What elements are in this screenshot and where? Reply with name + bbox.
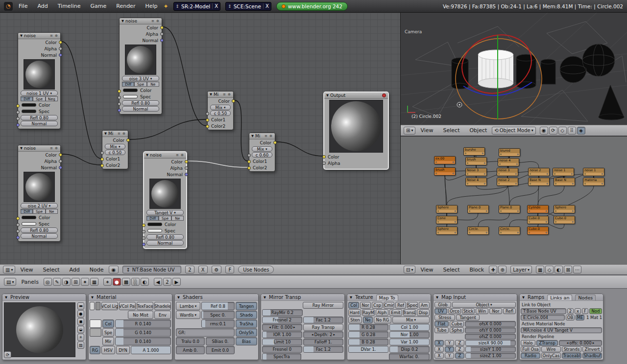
panel-header-texture[interactable]: ▼TextureMap To [347, 294, 431, 301]
button-alph[interactable]: Alph [376, 309, 388, 316]
factor-slider[interactable]: c 0.50 [105, 150, 125, 155]
socket-in-fac[interactable] [206, 112, 209, 115]
slider-disp-0-2[interactable]: Disp 0.2 [389, 346, 430, 353]
overview-menu-view[interactable]: View [419, 267, 434, 273]
draw-mode-icon[interactable]: ◉ [540, 127, 548, 135]
viewport-menu-view[interactable]: View [419, 127, 434, 134]
socket-in-spec[interactable] [16, 111, 20, 114]
rotation-icon[interactable]: ⟳ [549, 127, 557, 135]
slider-rms-0-1[interactable]: rms:0.1 [201, 319, 235, 328]
preview-hair-button[interactable]: ✳ [77, 334, 84, 341]
material-node-tanget-v[interactable]: ▼noise≡ ⊕ColorAlphaNormalTanget V▾DiffSp… [144, 152, 187, 249]
editor-type-icon[interactable]: ⊟▾ [404, 266, 415, 273]
overview-node-noise-3-6[interactable]: Noise 3 [465, 168, 487, 176]
tab-ne[interactable]: Ne [46, 209, 58, 214]
collapse-icon[interactable]: ▼ [146, 153, 148, 157]
socket-in-color1[interactable] [206, 118, 209, 122]
color-swatch[interactable] [123, 89, 138, 92]
tab-ne[interactable]: Ne [171, 216, 184, 221]
refl-slider[interactable]: Refl 0.80 [146, 234, 184, 240]
slider-fac-1-2[interactable]: Fac 1.2 [303, 317, 343, 323]
collapse-icon[interactable]: ▼ [436, 296, 438, 299]
slider-raymir-0-2[interactable]: RayMir 0.2 [262, 309, 303, 316]
collapse-icon[interactable]: ▼ [177, 296, 180, 299]
browse-icon[interactable]: ↕ [228, 4, 232, 9]
slider-b-0-28[interactable]: B 0.28 [348, 339, 388, 345]
button-y[interactable]: Y [445, 346, 454, 352]
slider-fresnel-0[interactable]: Fresnel 0 [262, 346, 302, 353]
overview-node-noise-2-8[interactable]: noise 2 [528, 168, 550, 176]
menu-mix[interactable]: Mix▾ [392, 317, 430, 323]
socket-in-normal[interactable] [16, 123, 20, 127]
node-header[interactable]: ▼noise≡ ⊕ [120, 18, 162, 24]
mode-selector[interactable]: ⟲ Object Mode ▾ [492, 127, 535, 135]
button-me[interactable]: ME [576, 315, 584, 320]
radiosity-icon[interactable]: ░ [131, 278, 140, 286]
button-ray-transp[interactable]: Ray Transp [303, 324, 343, 331]
output-node[interactable]: ▼OutputColorAlpha [324, 92, 388, 169]
slider-fresnel-2[interactable]: Fresnel 2 [262, 317, 302, 323]
slider-a-1-000[interactable]: A 1.000 [131, 346, 171, 354]
panel-header-ramps[interactable]: ▼RampsLinks anNodes [520, 294, 603, 301]
node-header-icons[interactable]: ≡ ⊕ [118, 132, 126, 136]
preview-monkey-button[interactable]: ◒ [77, 326, 84, 333]
button-stress[interactable]: Stress [434, 315, 455, 320]
node-header[interactable]: ▼Mi≡ ⊕ [249, 133, 275, 139]
slider-var-1-00[interactable]: Var 1.00 [389, 339, 430, 345]
button-x[interactable]: X [434, 353, 444, 359]
button-z[interactable]: Z [455, 353, 464, 359]
button-rg[interactable]: RG [90, 346, 100, 354]
texture-select-oise-2-uv[interactable]: oise 2 UV▾ [21, 203, 58, 208]
socket-in-spec[interactable] [118, 96, 121, 99]
overview-node-noise-4-11[interactable]: Noise 4 [465, 178, 487, 186]
grid-icon[interactable]: ▦ [536, 266, 544, 273]
overview-node-sphere-16[interactable]: Sphere [436, 205, 458, 213]
overview-node-materia-15[interactable]: materia [583, 178, 604, 186]
socket-out-normal[interactable] [59, 53, 62, 57]
collapse-icon[interactable]: ▼ [91, 296, 94, 299]
button-flat[interactable]: Flat [434, 321, 449, 327]
button-x[interactable]: X [434, 346, 444, 352]
blender-org-button[interactable]: www.blender.org 242 [276, 2, 348, 11]
button-bias[interactable]: Bias [236, 337, 257, 345]
button-texface[interactable]: TexFace [137, 302, 153, 310]
refl-slider[interactable]: Refl 0.80 [122, 100, 159, 106]
normal-widget[interactable]: Normal [146, 240, 184, 246]
socket-in-color2[interactable] [100, 164, 104, 167]
button-no-rg[interactable]: No RG [374, 317, 391, 323]
refl-slider[interactable]: Refl 0.80 [21, 228, 58, 233]
mix-node-2[interactable]: ▼Mi≡ ⊕ColorMix▾c 0.50Color1Color2 [207, 91, 234, 130]
slider-tralu-0-0[interactable]: Tralu 0.0 [176, 337, 205, 345]
collapse-icon[interactable]: ▼ [20, 146, 23, 150]
slider-emit-0-0[interactable]: Emit 0.0 [206, 346, 235, 354]
button-strands[interactable]: Strands [562, 346, 581, 352]
slider-b-0-140[interactable]: B 0.140 [115, 337, 171, 345]
editing-icon[interactable]: ✦ [81, 278, 89, 286]
pager-page-number[interactable]: 2 [163, 278, 171, 286]
pan-hand-icon[interactable]: ◈ [577, 127, 585, 135]
factor-slider[interactable]: c 0.60 [252, 152, 272, 158]
slider-sbias-0[interactable]: SBias 0. [206, 337, 235, 345]
button-env[interactable]: Env [154, 311, 171, 319]
socket-in-normal[interactable] [118, 109, 121, 112]
collapse-icon[interactable]: ▼ [5, 296, 7, 299]
dots-icon[interactable]: ⋯ [573, 266, 581, 273]
button-z[interactable]: Z [455, 340, 464, 346]
field-t-base-node-uv[interactable]: T:Base Node UV [521, 308, 566, 314]
logic-icon[interactable]: ◎ [44, 278, 52, 286]
socket-in-refl[interactable] [16, 229, 20, 233]
normal-widget[interactable]: Normal [21, 233, 58, 239]
overview-node-cube-0-27[interactable]: Cube.0 [527, 227, 549, 235]
browse-icon[interactable]: ↕ [176, 4, 180, 9]
button-x[interactable]: X [434, 340, 444, 346]
overview-node-cylinde-19[interactable]: Cylinde [527, 205, 549, 213]
pager-prev-button[interactable]: ◀ [154, 278, 162, 286]
button-no-mist[interactable]: No Mist [128, 311, 153, 319]
field-ma-noise-4-uv-tanget-v[interactable]: MA:noise 4 UV Tanget V [521, 327, 602, 333]
preview-sky-button[interactable]: ▨ [77, 341, 84, 349]
slider-amb-0[interactable]: Amb 0. [176, 346, 205, 354]
material-node-noise-1-uv[interactable]: ▼noise≡ ⊕ColorAlphaNormalnoise 1 UV▾Diff… [18, 32, 61, 129]
socket-out-alpha[interactable] [59, 47, 62, 50]
blender-logo-icon[interactable]: ◔ [4, 2, 13, 11]
overview-node-cube-0-23[interactable]: Cube.0 [554, 216, 575, 224]
